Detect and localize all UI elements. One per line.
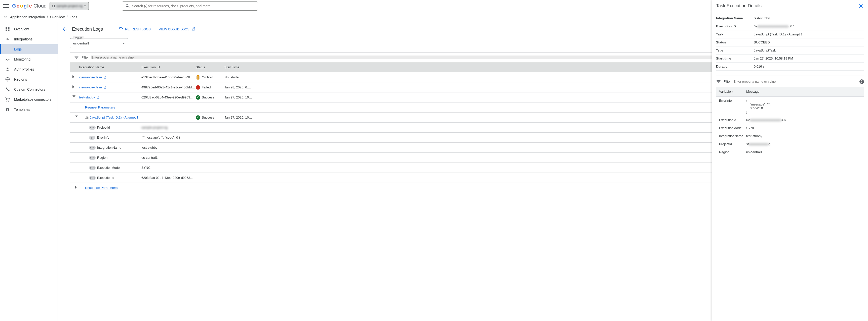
status-badge: !Failed (196, 85, 224, 90)
sidebar-label: Regions (14, 77, 27, 81)
var-row: ErrorInfo{ "message": "", "code": 0} (716, 97, 864, 116)
auth-icon (5, 67, 10, 72)
templates-icon (5, 107, 10, 112)
page-title: Execution Logs (72, 27, 103, 32)
sidebar-item-regions[interactable]: Regions (0, 74, 58, 84)
col-message: Message (746, 90, 864, 94)
logs-icon (5, 47, 10, 52)
var-row: Regionus-central1 (716, 148, 864, 156)
svg-rect-9 (6, 109, 7, 111)
view-cloud-logs-button[interactable]: VIEW CLOUD LOGS (157, 25, 197, 33)
panel-filter-input[interactable] (734, 80, 857, 83)
js-badge: .JS (85, 116, 89, 119)
external-link-icon (191, 27, 195, 31)
sidebar-item-integrations[interactable]: Integrations (0, 34, 58, 44)
var-name: ProjectId (716, 142, 746, 146)
sidebar: Overview Integrations Logs Monitoring Au… (0, 22, 58, 321)
expand-icon[interactable] (72, 96, 75, 99)
integrations-icon (5, 37, 10, 42)
view-cloud-label: VIEW CLOUD LOGS (159, 27, 189, 31)
sidebar-item-templates[interactable]: Templates (0, 105, 58, 114)
var-name: ErrorInfo (716, 99, 746, 103)
variables-table: Variable↑ Message ErrorInfo{ "message": … (716, 87, 864, 156)
kv-row: Duration0.016 s (716, 63, 864, 71)
col-integration: Integration Name (78, 65, 142, 69)
col-status: Status (196, 65, 224, 69)
kv-value: Jan 27, 2025, 10:58:19 PM (754, 57, 864, 60)
project-name: sample-project-ng (56, 4, 83, 8)
var-message: test-stubby (746, 134, 864, 138)
global-search[interactable] (122, 1, 258, 10)
svg-point-4 (7, 68, 8, 69)
kv-row: Integration Nametest-stubby (716, 14, 864, 22)
kv-row: TaskJavaScript (Task ID:1) - Attempt 1 (716, 30, 864, 38)
integration-link[interactable]: insurance-claim (79, 75, 102, 79)
help-icon[interactable]: ? (860, 79, 864, 84)
integration-link[interactable]: test-stubby (79, 96, 95, 99)
sidebar-item-logs[interactable]: Logs (0, 44, 58, 54)
sidebar-label: Marketplace connectors (14, 98, 52, 102)
sidebar-item-custom-connectors[interactable]: Custom Connectors (0, 84, 58, 95)
col-execution: Execution ID (142, 65, 196, 69)
var-name: ProjectId (97, 126, 110, 129)
expand-icon[interactable] (72, 85, 75, 88)
var-value: SYNC (142, 166, 488, 170)
region-select[interactable]: Region us-central1 (70, 38, 128, 48)
kv-row: Start timeJan 27, 2025, 10:58:19 PM (716, 55, 864, 63)
sort-ascending-icon: ↑ (732, 90, 734, 94)
breadcrumb-product[interactable]: Application Integration (10, 15, 45, 19)
kv-row: Execution ID62xxxxxxxxxxxxxxxxxxx807 (716, 22, 864, 30)
gcp-logo[interactable]: Google Cloud (12, 3, 46, 9)
execution-id: e13fcec8-36ea-413d-86af-e7073f… (142, 75, 196, 79)
hamburger-menu-icon[interactable] (3, 3, 9, 9)
var-message: SYNC (746, 126, 864, 130)
sidebar-item-overview[interactable]: Overview (0, 24, 58, 34)
chevron-down-icon (123, 43, 125, 44)
close-icon[interactable] (858, 3, 864, 9)
type-badge: STR (89, 166, 96, 170)
request-params-link[interactable]: Request Parameters (85, 106, 115, 109)
var-value: sample-project-ng (142, 126, 488, 129)
var-name: Region (97, 156, 107, 159)
status-badge: ❚❚On hold (196, 75, 224, 80)
var-name: IntegrationName (716, 134, 746, 138)
expand-icon[interactable] (72, 75, 75, 78)
sidebar-label: Auth Profiles (14, 67, 34, 71)
col-variable[interactable]: Variable↑ (716, 90, 746, 94)
kv-value: JavaScriptTask (754, 48, 864, 52)
task-details-panel: Task Execution Details Integration Namet… (712, 0, 868, 321)
kv-value: 0.016 s (754, 65, 864, 68)
status-badge: ✓Success (196, 95, 224, 100)
chevron-down-icon (84, 5, 86, 6)
panel-filter-label: Filter (723, 80, 731, 83)
var-message: 62xxxxxxxxxxxxxxxxxxx307 (746, 118, 864, 122)
svg-rect-8 (6, 108, 9, 108)
sidebar-item-auth-profiles[interactable]: Auth Profiles (0, 64, 58, 74)
response-params-link[interactable]: Response Parameters (85, 186, 118, 190)
sidebar-item-monitoring[interactable]: Monitoring (0, 54, 58, 64)
sidebar-item-marketplace[interactable]: Marketplace connectors (0, 95, 58, 105)
type-badge: STR (89, 146, 96, 150)
svg-rect-10 (8, 109, 9, 111)
expand-icon[interactable] (75, 186, 78, 189)
refresh-label: REFRESH LOGS (125, 27, 151, 31)
filter-icon (74, 55, 79, 60)
svg-rect-2 (6, 30, 7, 31)
panel-filter-bar: Filter ? (716, 76, 864, 86)
integration-link[interactable]: insurance-claim (79, 85, 102, 89)
project-picker[interactable]: sample-project-ng (50, 2, 89, 10)
var-message: { "message": "", "code": 0} (746, 99, 864, 114)
sidebar-label: Logs (14, 47, 22, 51)
back-arrow-icon[interactable] (62, 26, 68, 32)
var-value: test-stubby (142, 146, 488, 149)
connectors-icon (5, 87, 10, 92)
js-task-link[interactable]: JavaScript (Task ID:1) - Attempt 1 (90, 115, 138, 119)
refresh-logs-button[interactable]: REFRESH LOGS (117, 25, 153, 33)
search-input[interactable] (132, 4, 255, 8)
var-name: ExecutionId (716, 118, 746, 122)
breadcrumb-overview[interactable]: Overview (50, 15, 64, 19)
expand-icon[interactable] (75, 115, 78, 118)
kv-value: 62xxxxxxxxxxxxxxxxxxx807 (754, 24, 864, 28)
sidebar-label: Integrations (14, 37, 32, 41)
monitoring-icon (5, 57, 10, 62)
